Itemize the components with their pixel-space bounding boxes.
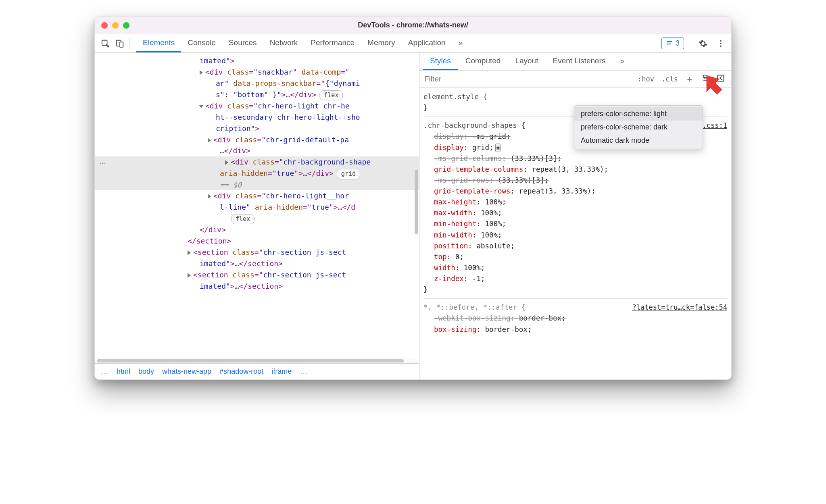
breadcrumb-item[interactable]: #shadow-root	[219, 367, 263, 376]
styles-subtabs: Styles Computed Layout Event Listeners »	[419, 53, 731, 71]
computed-sidebar-toggle-icon[interactable]	[714, 73, 727, 85]
maximize-window-button[interactable]	[123, 22, 129, 29]
dom-tree[interactable]: imated"> <div class="snackbar" data-comp…	[95, 53, 419, 358]
issues-icon	[666, 40, 673, 47]
subtab-event-listeners[interactable]: Event Listeners	[545, 53, 613, 70]
kebab-menu-icon[interactable]	[713, 36, 728, 51]
device-toolbar-icon[interactable]	[113, 36, 127, 51]
svg-point-4	[720, 43, 722, 44]
subtabs-overflow-icon[interactable]: »	[613, 53, 632, 70]
breadcrumb-item[interactable]: whats-new-app	[162, 367, 211, 376]
breadcrumb-overflow-left[interactable]: …	[100, 367, 108, 376]
rendering-emulation-popup: prefers-color-scheme: light prefers-colo…	[574, 105, 703, 149]
css-rule[interactable]: *, *::before, *::after {?latest=tru…ck=f…	[423, 300, 727, 338]
breadcrumb-item[interactable]: iframe	[271, 367, 292, 376]
content-area: imated"> <div class="snackbar" data-comp…	[95, 53, 731, 379]
subtab-computed[interactable]: Computed	[458, 53, 508, 70]
cls-toggle[interactable]: .cls	[659, 74, 680, 84]
source-link[interactable]: ?latest=tru…ck=false:54	[632, 302, 727, 312]
issues-badge[interactable]: 3	[661, 37, 684, 49]
svg-rect-2	[120, 42, 123, 47]
window-controls	[101, 22, 129, 29]
flex-badge[interactable]: flex	[231, 214, 254, 224]
close-window-button[interactable]	[101, 22, 108, 29]
tab-elements[interactable]: Elements	[136, 34, 181, 52]
rendering-emulation-icon[interactable]	[699, 73, 712, 85]
main-tabs: Elements Console Sources Network Perform…	[136, 34, 469, 52]
popup-item-auto-dark[interactable]: Automatic dark mode	[574, 134, 703, 147]
vertical-scrollbar[interactable]	[415, 170, 418, 234]
main-toolbar: Elements Console Sources Network Perform…	[95, 34, 731, 53]
minimize-window-button[interactable]	[112, 22, 119, 29]
tab-performance[interactable]: Performance	[304, 34, 361, 52]
popup-item-dark[interactable]: prefers-color-scheme: dark	[574, 121, 703, 134]
popup-item-light[interactable]: prefers-color-scheme: light	[574, 107, 703, 121]
breadcrumb-item[interactable]: body	[138, 367, 154, 376]
new-style-rule-icon[interactable]: ＋	[683, 72, 697, 86]
elements-panel: imated"> <div class="snackbar" data-comp…	[95, 53, 419, 379]
settings-icon[interactable]	[696, 36, 710, 51]
svg-point-3	[720, 40, 722, 42]
tabs-overflow-icon[interactable]: »	[452, 34, 469, 52]
grid-editor-icon[interactable]: ▦	[495, 144, 501, 152]
styles-filter-input[interactable]	[423, 73, 633, 85]
styles-panel: Styles Computed Layout Event Listeners »…	[419, 53, 731, 379]
hov-toggle[interactable]: :hov	[635, 74, 657, 84]
inspect-element-icon[interactable]	[98, 36, 113, 51]
subtab-layout[interactable]: Layout	[508, 53, 545, 70]
tab-console[interactable]: Console	[181, 34, 222, 52]
window-title: DevTools - chrome://whats-new/	[95, 21, 731, 29]
selected-dom-node[interactable]: ⋯ <div class="chr-background-shape	[95, 156, 419, 168]
tab-memory[interactable]: Memory	[361, 34, 402, 52]
tab-network[interactable]: Network	[263, 34, 305, 52]
titlebar: DevTools - chrome://whats-new/	[95, 17, 731, 34]
breadcrumb-overflow-right[interactable]: …	[300, 367, 308, 376]
svg-point-5	[720, 45, 722, 47]
svg-rect-6	[718, 75, 724, 81]
styles-toolbar: :hov .cls ＋	[419, 71, 731, 87]
horizontal-scrollbar[interactable]	[95, 358, 419, 363]
tab-sources[interactable]: Sources	[222, 34, 263, 52]
tab-application[interactable]: Application	[402, 34, 452, 52]
breadcrumb: … html body whats-new-app #shadow-root i…	[95, 363, 419, 379]
grid-badge[interactable]: grid	[337, 169, 360, 179]
separator	[690, 38, 690, 49]
subtab-styles[interactable]: Styles	[423, 53, 458, 70]
devtools-window: DevTools - chrome://whats-new/ Elements …	[94, 16, 732, 380]
issues-count: 3	[676, 39, 680, 48]
breadcrumb-item[interactable]: html	[117, 367, 130, 376]
ellipsis-icon[interactable]: ⋯	[100, 156, 105, 170]
separator	[129, 38, 130, 49]
flex-badge[interactable]: flex	[319, 90, 343, 100]
